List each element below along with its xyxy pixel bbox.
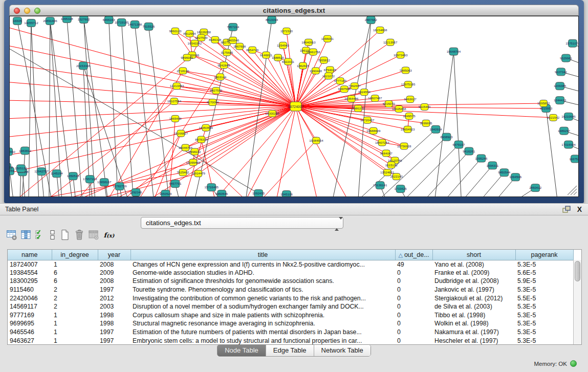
float-panel-icon[interactable] — [562, 206, 571, 213]
table-row[interactable]: 1830029562008Estimation of significance … — [8, 277, 573, 286]
table-scrollbar-thumb[interactable] — [575, 261, 580, 281]
column-header-name[interactable]: name — [8, 250, 52, 260]
table-cell[interactable]: Tibbo et al. (1998) — [432, 311, 515, 320]
table-selector-dropdown[interactable]: citations_edges.txt — [141, 217, 343, 229]
table-cell[interactable]: de Silva et al. (2003) — [432, 302, 515, 311]
table-cell[interactable]: Yano et al. (2008) — [432, 260, 515, 269]
table-row[interactable]: 1456911722003Disruption of a novel membe… — [8, 302, 573, 311]
show-columns-icon[interactable] — [19, 228, 33, 242]
table-cell[interactable]: 1 — [52, 311, 98, 320]
table-cell[interactable]: Dudbridge et al. (2008) — [432, 277, 515, 286]
table-row[interactable]: 1938455462009Genome-wide association stu… — [8, 269, 573, 277]
table-cell[interactable]: 9465546 — [8, 328, 52, 337]
tab-network-table[interactable]: Network Table — [314, 345, 371, 356]
table-cell[interactable]: Estimation of the future numbers of pati… — [130, 328, 395, 337]
column-header-title[interactable]: title — [130, 250, 395, 260]
table-scrollbar[interactable] — [573, 260, 581, 344]
table-cell[interactable]: 1 — [52, 319, 98, 328]
table-cell[interactable]: 5.3E-5 — [515, 328, 573, 337]
table-cell[interactable]: 14569117 — [8, 302, 52, 311]
table-cell[interactable]: 9463627 — [8, 336, 52, 345]
table-cell[interactable]: 0 — [395, 286, 432, 294]
column-header-in_degree[interactable]: in_degree — [52, 250, 98, 260]
tab-edge-table[interactable]: Edge Table — [266, 345, 314, 356]
table-cell[interactable]: 2009 — [98, 269, 130, 277]
table-cell[interactable]: 5.9E-5 — [515, 277, 573, 286]
table-cell[interactable]: 5.3E-5 — [515, 286, 573, 294]
table-row[interactable]: 946554611997Estimation of the future num… — [8, 328, 573, 337]
table-cell[interactable]: Wolkin et al. (1998) — [432, 319, 515, 328]
table-cell[interactable]: Stergiakouli et al. (2012) — [432, 294, 515, 302]
node-table-grid[interactable]: namein_degreeyeartitle△out_de...shortpag… — [8, 250, 574, 345]
table-cell[interactable]: 5.5E-5 — [515, 294, 573, 302]
table-cell[interactable]: Franke et al. (2009) — [432, 269, 515, 277]
table-cell[interactable]: Structural magnetic resonance image aver… — [130, 319, 395, 328]
table-cell[interactable]: 0 — [395, 311, 432, 320]
table-cell[interactable]: 0 — [395, 319, 432, 328]
table-cell[interactable]: 18300295 — [8, 277, 52, 286]
table-cell[interactable]: Embryonic stem cells: a model to study s… — [130, 336, 395, 345]
table-row[interactable]: 1872400712008Changes of HCN gene express… — [8, 260, 573, 269]
table-cell[interactable]: 2003 — [98, 302, 130, 311]
table-cell[interactable]: Investigating the contribution of common… — [130, 294, 395, 302]
table-cell[interactable]: 1998 — [98, 319, 130, 328]
table-cell[interactable]: Nakamura et al. (1997) — [432, 328, 515, 337]
table-row[interactable]: 911546021997Tourette syndrome. Phenomeno… — [8, 286, 573, 294]
table-cell[interactable]: 5.6E-5 — [515, 269, 573, 277]
function-builder-icon[interactable]: f(x) — [101, 228, 117, 242]
table-cell[interactable]: 1998 — [98, 311, 130, 320]
table-cell[interactable]: 0 — [395, 328, 432, 337]
table-cell[interactable]: Changes of HCN gene expression and I(f) … — [130, 260, 395, 269]
table-cell[interactable]: 5.3E-5 — [515, 311, 573, 320]
table-cell[interactable]: 0 — [395, 277, 432, 286]
column-header-out_de[interactable]: △out_de... — [395, 250, 432, 260]
table-cell[interactable]: 2008 — [98, 277, 130, 286]
table-cell[interactable]: 22420046 — [8, 294, 52, 302]
table-row[interactable]: 946362711997Embryonic stem cells: a mode… — [8, 336, 573, 345]
column-header-year[interactable]: year — [98, 250, 130, 260]
table-row[interactable]: 2242004622012Investigating the contribut… — [8, 294, 573, 302]
table-cell[interactable]: 6 — [52, 277, 98, 286]
table-cell[interactable]: Jankovic et al. (1997) — [432, 286, 515, 294]
table-cell[interactable]: Hescheler et al. (1997) — [432, 336, 515, 345]
row-height-icon[interactable] — [48, 228, 57, 242]
tab-node-table[interactable]: Node Table — [217, 345, 266, 356]
table-cell[interactable]: 5.3E-5 — [515, 319, 573, 328]
table-row[interactable]: 969969511998Structural magnetic resonanc… — [8, 319, 573, 328]
table-cell[interactable]: 2 — [52, 302, 98, 311]
column-header-pagerank[interactable]: pagerank — [515, 250, 573, 260]
close-panel-icon[interactable]: X — [577, 205, 582, 213]
table-cell[interactable]: 1997 — [98, 286, 130, 294]
table-cell[interactable]: 1997 — [98, 336, 130, 345]
table-cell[interactable]: 1 — [52, 260, 98, 269]
network-canvas[interactable]: 1660514055712208914061065328152760264661… — [9, 16, 579, 197]
table-cell[interactable]: 49 — [395, 260, 432, 269]
table-cell[interactable]: 1 — [52, 328, 98, 337]
table-mode-icon[interactable] — [5, 228, 18, 242]
table-cell[interactable]: 5.3E-5 — [515, 260, 573, 269]
table-cell[interactable]: Estimation of significance thresholds fo… — [130, 277, 395, 286]
table-cell[interactable]: Disruption of a novel member of a sodium… — [130, 302, 395, 311]
table-cell[interactable]: 2008 — [98, 260, 130, 269]
table-cell[interactable]: 5.3E-5 — [515, 302, 573, 311]
table-cell[interactable]: 18724007 — [8, 260, 52, 269]
table-cell[interactable]: 6 — [52, 269, 98, 277]
table-row[interactable]: 977716911998Corpus callosum shape and si… — [8, 311, 573, 320]
table-cell[interactable]: 0 — [395, 336, 432, 345]
select-rows-icon[interactable] — [34, 228, 47, 242]
table-cell[interactable]: Tourette syndrome. Phenomenology and cla… — [130, 286, 395, 294]
table-cell[interactable]: 2012 — [98, 294, 130, 302]
table-cell[interactable]: 9699695 — [8, 319, 52, 328]
table-cell[interactable]: 2 — [52, 286, 98, 294]
table-cell[interactable]: 9115460 — [8, 286, 52, 294]
table-cell[interactable]: 9777169 — [8, 311, 52, 320]
table-cell[interactable]: Genome-wide association studies in ADHD. — [130, 269, 395, 277]
table-cell[interactable]: 0 — [395, 269, 432, 277]
table-cell[interactable]: 0 — [395, 294, 432, 302]
delete-table-icon[interactable] — [73, 228, 86, 242]
table-cell[interactable]: 19384554 — [8, 269, 52, 277]
table-cell[interactable]: Corpus callosum shape and size in male p… — [130, 311, 395, 320]
table-cell[interactable]: 0 — [395, 302, 432, 311]
table-cell[interactable]: 1 — [52, 336, 98, 345]
new-table-icon[interactable] — [58, 228, 72, 242]
